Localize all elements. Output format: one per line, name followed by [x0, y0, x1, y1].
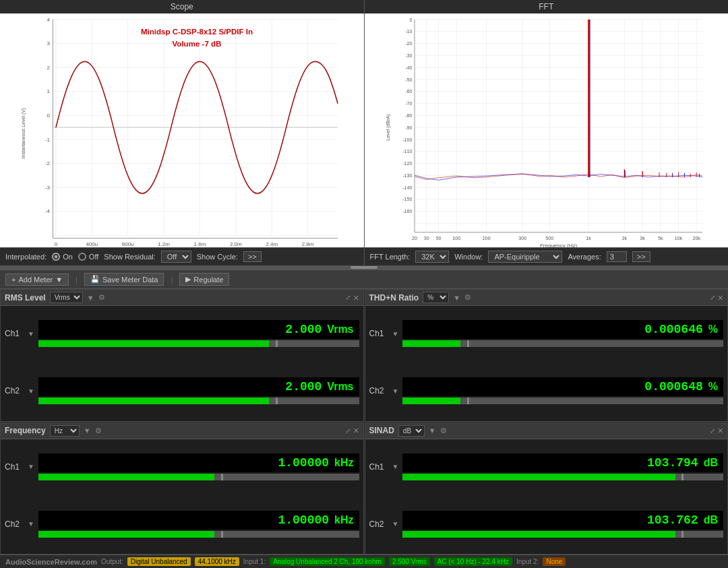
divider-handle[interactable] — [351, 266, 377, 269]
regulate-button[interactable]: ▶ Regulate — [179, 273, 229, 286]
fft-btn[interactable]: >> — [632, 251, 650, 262]
freq-close-btn[interactable]: × — [353, 425, 359, 436]
interpolated-off-label: Off — [89, 253, 98, 261]
thd-unit-select[interactable]: %dB — [423, 292, 449, 303]
sinad-ch1-meter-container: 103.794 dB — [402, 453, 723, 480]
freq-ch2-display: 1.00000 kHz — [38, 511, 359, 530]
svg-text:50: 50 — [435, 236, 441, 241]
show-residual-label: Show Residual: — [104, 253, 155, 261]
sinad-settings-icon[interactable]: ▼ — [429, 427, 436, 435]
fft-length-select[interactable]: 32K 16K 64K — [415, 251, 449, 263]
freq-ch2-label: Ch2 — [5, 519, 24, 529]
thd-settings-icon[interactable]: ▼ — [453, 294, 460, 302]
svg-text:1.6m: 1.6m — [194, 241, 206, 247]
freq-settings-icon[interactable]: ▼ — [84, 427, 91, 435]
rms-ch1-channel: Ch1 ▼ 2.000 Vrms — [1, 306, 363, 363]
thd-ch2-row: Ch2 ▼ 0.000648 % — [369, 377, 724, 404]
rms-config-icon[interactable]: ⚙ — [98, 293, 105, 302]
sinad-config-icon[interactable]: ⚙ — [440, 427, 447, 435]
thd-ch1-arrow[interactable]: ▼ — [392, 330, 399, 338]
svg-rect-0 — [20, 13, 344, 247]
sinad-ch1-arrow[interactable]: ▼ — [392, 463, 399, 470]
thd-expand-btn[interactable]: ⤢ — [710, 294, 715, 301]
svg-text:-20: -20 — [405, 41, 412, 46]
svg-text:1k: 1k — [586, 236, 591, 241]
freq-ch1-arrow[interactable]: ▼ — [28, 463, 34, 470]
thd-ch1-fill — [402, 340, 460, 347]
interpolated-off-group: Off — [78, 253, 98, 261]
sinad-expand-btn[interactable]: ⤢ — [710, 427, 715, 435]
input1-rms: 2.500 Vrms — [389, 557, 430, 566]
svg-text:1: 1 — [47, 88, 51, 94]
freq-ch2-arrow[interactable]: ▼ — [28, 520, 34, 528]
thd-ch1-meter-container: 0.000646 % — [402, 320, 723, 347]
rms-close-btn[interactable]: × — [353, 292, 359, 303]
freq-ch1-channel: Ch1 ▼ 1.00000 kHz — [1, 439, 363, 497]
interpolated-off-radio[interactable] — [78, 253, 86, 261]
fft-chart-area: 0 -10 -20 -30 -40 -50 -60 -70 -80 -90 -1… — [365, 13, 729, 247]
thd-config-icon[interactable]: ⚙ — [464, 293, 471, 302]
rms-ch1-meter-container: 2.000 Vrms — [38, 320, 359, 347]
sep2: | — [171, 276, 173, 284]
freq-ch2-bar — [38, 531, 359, 538]
window-select[interactable]: AP-Equiripple Hann Blackman — [488, 251, 562, 263]
output-value: Digital Unbalanced — [127, 557, 191, 566]
sinad-close-btn[interactable]: × — [718, 425, 723, 436]
svg-text:-100: -100 — [402, 137, 412, 143]
sinad-ch2-fill — [402, 531, 675, 538]
input2-label: Input 2: — [516, 558, 539, 565]
interpolated-on-radio[interactable] — [52, 253, 60, 261]
rms-unit-select[interactable]: VrmsdBV — [50, 292, 83, 303]
svg-text:Frequency (Hz): Frequency (Hz) — [539, 243, 576, 247]
sinad-header: SINAD dB ▼ ⚙ ⤢ × — [365, 423, 728, 439]
rms-expand-btn[interactable]: ⤢ — [345, 294, 351, 301]
thd-close-btn[interactable]: × — [718, 292, 723, 303]
svg-text:0: 0 — [55, 241, 58, 247]
rms-ch2-display: 2.000 Vrms — [38, 377, 359, 396]
sinad-ch1-fill — [402, 474, 675, 480]
freq-ch1-label: Ch1 — [5, 462, 24, 472]
svg-text:Minidsp C-DSP-8x12 S/PDIF In: Minidsp C-DSP-8x12 S/PDIF In — [141, 28, 253, 36]
svg-text:-10: -10 — [405, 29, 412, 34]
rms-meter-panel: RMS Level VrmsdBV ▼ ⚙ ⤢ × Ch1 ▼ — [0, 289, 364, 422]
show-cycle-btn[interactable]: >> — [243, 251, 262, 262]
svg-text:-150: -150 — [402, 197, 412, 202]
freq-ch2-fill — [38, 531, 215, 538]
svg-text:3: 3 — [47, 40, 51, 46]
svg-text:-160: -160 — [402, 209, 412, 214]
freq-expand-btn[interactable]: ⤢ — [345, 427, 351, 435]
freq-unit-select[interactable]: HzkHz — [50, 425, 80, 437]
save-meter-button[interactable]: 💾 Save Meter Data — [84, 273, 164, 286]
rms-ch1-row: Ch1 ▼ 2.000 Vrms — [5, 320, 359, 347]
freq-ch1-row: Ch1 ▼ 1.00000 kHz — [5, 453, 359, 480]
rms-settings-icon[interactable]: ▼ — [87, 294, 94, 302]
rms-ch2-row: Ch2 ▼ 2.000 Vrms — [5, 377, 359, 404]
thd-title: THD+N Ratio — [369, 293, 419, 303]
svg-text:3k: 3k — [640, 236, 645, 241]
freq-ch1-peak — [221, 474, 223, 480]
freq-ch1-meter-container: 1.00000 kHz — [38, 453, 359, 480]
thd-ch1-value: 0.000646 — [644, 323, 702, 336]
rms-title: RMS Level — [5, 293, 46, 303]
svg-text:Level (dBrA): Level (dBrA) — [385, 114, 390, 141]
add-meter-label: Add Meter — [18, 276, 53, 284]
rms-ch1-arrow[interactable]: ▼ — [28, 330, 34, 338]
freq-ch1-fill — [38, 474, 215, 480]
freq-config-icon[interactable]: ⚙ — [95, 427, 102, 435]
sinad-ch2-arrow[interactable]: ▼ — [392, 520, 399, 528]
scope-panel: Scope — [0, 0, 365, 265]
show-residual-select[interactable]: Off On — [161, 251, 191, 263]
svg-text:1.2m: 1.2m — [158, 241, 170, 247]
averages-input[interactable] — [607, 251, 627, 262]
svg-text:-30: -30 — [405, 53, 412, 59]
sinad-unit-select[interactable]: dB — [398, 425, 425, 437]
svg-text:-2: -2 — [45, 160, 51, 166]
rms-ch2-arrow[interactable]: ▼ — [28, 387, 34, 395]
sinad-ch1-bar — [402, 474, 723, 480]
add-meter-button[interactable]: + Add Meter ▼ — [5, 274, 69, 286]
rms-ch2-peak — [276, 398, 278, 404]
toolbar: + Add Meter ▼ | 💾 Save Meter Data | ▶ Re… — [0, 270, 728, 289]
svg-text:2: 2 — [47, 65, 51, 71]
thd-ch2-arrow[interactable]: ▼ — [392, 387, 399, 395]
window-label: Window: — [454, 253, 483, 261]
